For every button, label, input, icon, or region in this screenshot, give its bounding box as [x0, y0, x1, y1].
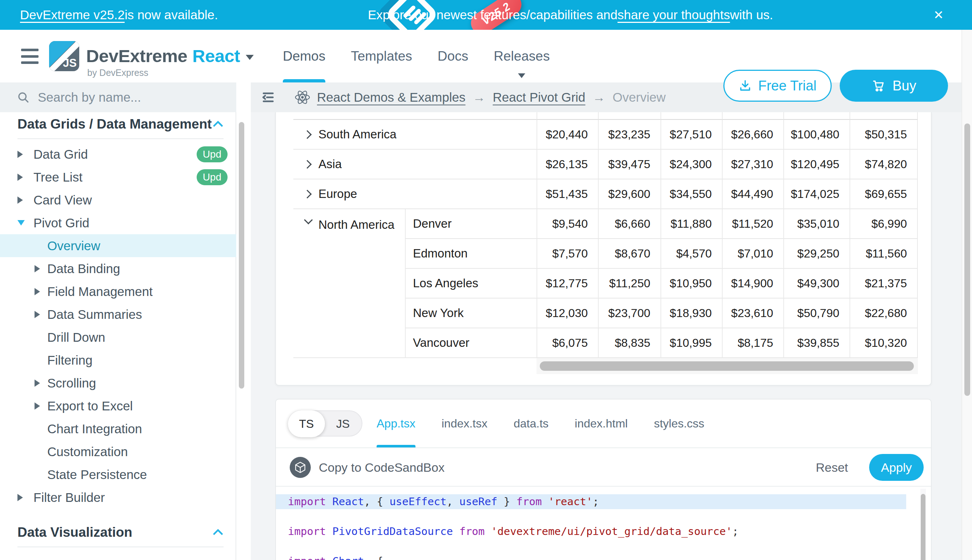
breadcrumb-item-react-demos-examples[interactable]: React Demos & Examples: [317, 90, 465, 105]
pivot-value-cell: $27,510: [661, 120, 722, 150]
file-tabs: App.tsxindex.tsxdata.tsindex.htmlstyles.…: [376, 400, 704, 447]
pivot-row-vancouver[interactable]: Vancouver: [405, 328, 537, 358]
sidebar-item-filter-builder[interactable]: Filter Builder: [0, 486, 236, 509]
pivot-row-asia[interactable]: Asia: [293, 150, 537, 179]
pivot-row-south-america[interactable]: South America: [293, 120, 537, 150]
sidebar-item-field-management[interactable]: Field Management: [0, 280, 236, 303]
pivot-header-cell: [722, 112, 783, 120]
code-token: [326, 495, 332, 508]
buy-button[interactable]: Buy: [840, 70, 948, 102]
platform-selector[interactable]: React: [192, 46, 240, 66]
updated-badge: Upd: [197, 169, 228, 185]
sidebar-section-data-grids-data-management[interactable]: Data Grids / Data Management: [0, 112, 236, 136]
code-line: [276, 509, 906, 524]
nav-item-templates[interactable]: Templates: [351, 30, 412, 82]
sidebar-item-label: Chart Integration: [47, 422, 142, 436]
pivot-value-cell: $14,900: [722, 269, 783, 298]
pivot-value-cell: $12,775: [537, 269, 598, 298]
pivot-row-new-york[interactable]: New York: [405, 298, 537, 328]
sidebar-item-data-summaries[interactable]: Data Summaries: [0, 303, 236, 326]
sidebar-item-export-to-excel[interactable]: Export to Excel: [0, 394, 236, 417]
pivot-value-cell: $74,820: [850, 150, 918, 179]
code-token: useRef: [459, 495, 497, 508]
code-scrollbar[interactable]: [921, 494, 925, 560]
pivot-row-europe[interactable]: Europe: [293, 179, 537, 209]
sidebar: Search by name... Data Grids / Data Mana…: [0, 82, 236, 560]
sidebar-item-state-persistence[interactable]: State Persistence: [0, 463, 236, 486]
sidebar-item-tree-list[interactable]: Tree ListUpd: [0, 166, 236, 188]
tab-index-html[interactable]: index.html: [575, 400, 628, 447]
language-toggle-js[interactable]: JS: [324, 411, 362, 437]
tab-styles-css[interactable]: styles.css: [654, 400, 704, 447]
pivot-value-cell: $7,010: [722, 239, 783, 269]
pivot-value-cell: $10,320: [850, 328, 918, 358]
breadcrumb-separator: →: [473, 90, 485, 105]
codesandbox-icon[interactable]: [290, 457, 311, 478]
sidebar-item-chart-integration[interactable]: Chart Integration: [0, 417, 236, 440]
tab-app-tsx[interactable]: App.tsx: [376, 400, 415, 447]
copy-to-codesandbox-button[interactable]: Copy to CodeSandBox: [319, 460, 445, 475]
react-icon: [294, 89, 310, 105]
pivot-horizontal-scrollbar[interactable]: [540, 362, 914, 371]
chevron-right-icon: [35, 288, 47, 295]
pivot-row-label: North America: [318, 218, 395, 232]
language-toggle[interactable]: TS JS: [288, 410, 362, 437]
share-thoughts-link[interactable]: share your thoughts: [617, 8, 730, 22]
code-token: import: [288, 495, 326, 508]
pivot-row-edmonton[interactable]: Edmonton: [405, 239, 537, 269]
devextreme-js-logo[interactable]: JS: [49, 41, 79, 71]
code-token: Chart: [332, 555, 364, 560]
sidebar-item-data-binding[interactable]: Data Binding: [0, 257, 236, 280]
expand-chevron-icon[interactable]: [303, 190, 311, 198]
close-icon[interactable]: ✕: [928, 0, 949, 30]
code-token: [485, 525, 491, 537]
pivot-value-cell: $8,175: [722, 328, 783, 358]
apply-button[interactable]: Apply: [869, 454, 923, 481]
code-editor: import React, { useEffect, useRef } from…: [276, 487, 931, 560]
pivot-row-los-angeles[interactable]: Los Angeles: [405, 269, 537, 298]
nav-item-releases[interactable]: Releases: [494, 30, 550, 82]
pivot-value-cell: $11,880: [661, 209, 722, 239]
search-input[interactable]: Search by name...: [0, 82, 236, 112]
expand-chevron-icon[interactable]: [303, 160, 311, 168]
banner-text: DevExtreme v25.2 is now available.: [20, 0, 218, 30]
breadcrumb-item-react-pivot-grid[interactable]: React Pivot Grid: [492, 90, 585, 105]
sidebar-item-filtering[interactable]: Filtering: [0, 348, 236, 372]
nav-item-demos[interactable]: Demos: [283, 30, 325, 82]
sidebar-section-data-visualization[interactable]: Data Visualization: [0, 520, 236, 544]
nav-item-docs[interactable]: Docs: [438, 30, 468, 82]
collapse-chevron-icon[interactable]: [304, 216, 313, 225]
reset-button[interactable]: Reset: [816, 460, 848, 475]
code-scrollbar-track: [920, 489, 926, 560]
pivot-header-cell: [537, 112, 598, 120]
sidebar-item-scrolling[interactable]: Scrolling: [0, 372, 236, 394]
hamburger-menu-icon[interactable]: [21, 49, 38, 64]
language-toggle-selected[interactable]: TS: [288, 410, 325, 437]
sidebar-tree: Data Grids / Data ManagementData GridUpd…: [0, 112, 236, 551]
sidebar-item-data-grid[interactable]: Data GridUpd: [0, 143, 236, 166]
free-trial-button[interactable]: Free Trial: [723, 70, 832, 102]
tab-data-ts[interactable]: data.ts: [514, 400, 549, 447]
pivot-row-denver[interactable]: Denver: [405, 209, 537, 239]
code-token: useEffect: [389, 495, 447, 508]
chevron-right-icon: [17, 197, 33, 204]
sidebar-item-customization[interactable]: Customization: [0, 440, 236, 463]
sidebar-item-overview[interactable]: Overview: [0, 234, 236, 257]
code-token: from: [517, 495, 542, 508]
sidebar-item-pivot-grid[interactable]: Pivot Grid: [0, 212, 236, 234]
sidebar-item-drill-down[interactable]: Drill Down: [0, 326, 236, 348]
page-scrollbar[interactable]: [964, 123, 970, 396]
sidebar-item-card-view[interactable]: Card View: [0, 188, 236, 212]
pivot-row-north-america[interactable]: North America: [293, 209, 405, 358]
expand-chevron-icon[interactable]: [303, 130, 311, 139]
pivot-city-label: Los Angeles: [413, 277, 478, 290]
pivot-value-cell: $9,540: [537, 209, 598, 239]
collapse-sidebar-icon[interactable]: [258, 87, 278, 107]
brand-title[interactable]: DevExtremeReact: [86, 46, 254, 66]
tab-index-tsx[interactable]: index.tsx: [442, 400, 487, 447]
pivot-value-cell: $10,995: [661, 328, 722, 358]
pivot-value-cell: $26,660: [722, 120, 783, 150]
pivot-value-cell: $29,250: [783, 239, 850, 269]
banner-version-link[interactable]: DevExtreme v25.2: [20, 8, 125, 22]
sidebar-scrollbar[interactable]: [239, 122, 244, 388]
